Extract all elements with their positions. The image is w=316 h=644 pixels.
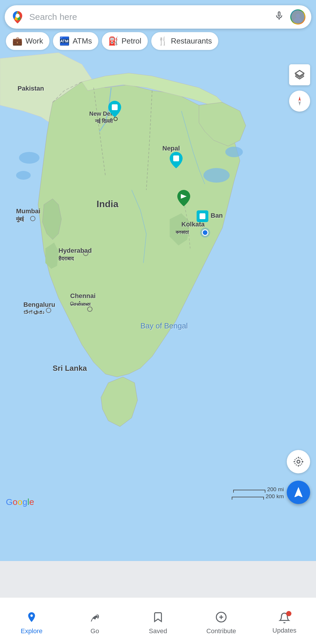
svg-point-18 [295, 458, 303, 466]
scale-bar: 200 mi 200 km [232, 486, 284, 500]
label-chennai: Chennai [70, 292, 96, 300]
pill-petrol[interactable]: ⛽ Petrol [102, 32, 148, 50]
bottom-nav: Explore Go Saved Contribute [0, 597, 316, 644]
google-maps-logo [11, 10, 25, 24]
pill-work[interactable]: 💼 Work [6, 32, 49, 50]
scale-km: 200 km [266, 493, 284, 500]
pill-petrol-label: Petrol [121, 37, 141, 46]
nav-explore-label: Explore [21, 627, 43, 635]
scale-mi: 200 mi [267, 486, 284, 493]
svg-point-19 [16, 14, 20, 18]
label-new-delhi-local: नई दिल्ली [95, 118, 113, 124]
pill-restaurants-label: Restaurants [171, 37, 212, 46]
label-chennai-local: சென்னை [70, 301, 91, 307]
svg-point-2 [16, 171, 31, 180]
saved-icon [152, 611, 164, 626]
label-sri-lanka: Sri Lanka [53, 364, 87, 373]
nav-updates-label: Updates [272, 627, 296, 634]
petrol-icon: ⛽ [108, 36, 118, 46]
svg-point-4 [225, 147, 243, 157]
label-kolkata-local: কলকাতা [176, 229, 189, 236]
label-india: India [97, 199, 118, 210]
my-location-button[interactable] [287, 450, 310, 473]
nav-updates[interactable]: Updates [253, 607, 316, 634]
svg-point-1 [19, 152, 40, 164]
delhi-dot [114, 117, 118, 121]
pill-restaurants[interactable]: 🍴 Restaurants [151, 32, 218, 50]
label-bengaluru-local: ಬೆಂಗಳೂರು [23, 310, 44, 316]
label-bengaluru: Bengaluru [23, 301, 55, 309]
nav-contribute[interactable]: Contribute [190, 607, 253, 635]
label-bay-of-bengal: Bay of Bengal [140, 321, 188, 330]
pill-atms[interactable]: 🏧 ATMs [53, 32, 98, 50]
svg-marker-15 [298, 96, 301, 101]
label-pakistan: Pakistan [18, 85, 44, 92]
updates-icon-wrapper [279, 612, 290, 625]
label-mumbai: Mumbai [16, 207, 40, 215]
label-mumbai-local: मुंबई [16, 216, 24, 222]
svg-rect-13 [200, 213, 205, 219]
map-layers-button[interactable] [289, 64, 310, 85]
nav-go[interactable]: Go [63, 607, 126, 635]
user-avatar[interactable] [290, 9, 305, 25]
label-hyderabad: Hyderabad [59, 247, 92, 255]
notification-badge [286, 611, 291, 616]
restaurants-icon: 🍴 [158, 36, 168, 46]
search-input-placeholder[interactable]: Search here [29, 12, 274, 22]
contribute-icon [215, 611, 227, 626]
nav-saved-label: Saved [149, 627, 167, 635]
nav-contribute-label: Contribute [206, 627, 236, 635]
svg-point-17 [297, 460, 300, 463]
nav-explore[interactable]: Explore [0, 607, 63, 635]
pill-atms-label: ATMs [73, 37, 92, 46]
label-nepal: Nepal [162, 145, 180, 152]
svg-rect-10 [173, 155, 179, 161]
explore-icon [26, 611, 37, 626]
pin-delhi[interactable] [108, 101, 121, 118]
go-icon [89, 611, 101, 626]
svg-rect-9 [112, 104, 118, 110]
filter-pills: 💼 Work 🏧 ATMs ⛽ Petrol 🍴 Restaurants [0, 32, 316, 50]
work-icon: 💼 [12, 36, 23, 46]
svg-marker-16 [298, 101, 301, 106]
label-ban-partial: Ban [211, 212, 223, 219]
search-bar[interactable]: Search here [5, 5, 311, 29]
svg-point-3 [203, 168, 230, 183]
pin-nepal-area[interactable] [170, 152, 183, 169]
mic-icon[interactable] [274, 11, 284, 24]
top-bar: Search here [0, 0, 316, 32]
current-location-pin [202, 229, 208, 236]
pin-green[interactable] [177, 190, 190, 207]
label-hyderabad-local: हैदराबाद [59, 256, 74, 262]
svg-point-20 [296, 14, 300, 18]
directions-button[interactable] [287, 481, 310, 504]
map-view[interactable]: Pakistan India Nepal Mumbai मुंबई Hydera… [0, 0, 316, 561]
atm-icon: 🏧 [59, 36, 70, 46]
pin-kolkata-area[interactable] [197, 210, 208, 223]
nav-saved[interactable]: Saved [126, 607, 190, 635]
google-logo: Google [6, 497, 34, 507]
compass-button[interactable] [289, 91, 310, 112]
nav-go-label: Go [90, 627, 99, 635]
pill-work-label: Work [25, 37, 43, 46]
